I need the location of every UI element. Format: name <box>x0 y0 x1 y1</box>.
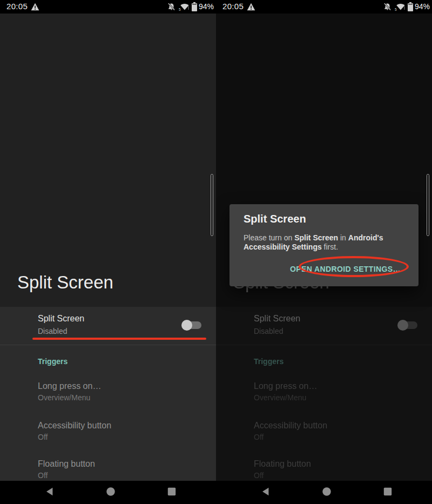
switch-row-subtitle: Disabled <box>254 327 283 335</box>
home-icon[interactable] <box>106 487 116 496</box>
svg-text:5: 5 <box>179 8 181 11</box>
battery-percent: 94% <box>199 2 214 11</box>
app-content: Split Screen Split Screen Disabled Trigg… <box>0 14 216 481</box>
annotation-underline <box>32 338 206 340</box>
section-header-triggers: Triggers <box>254 357 284 366</box>
preference-list: Triggers Long press on… Overview/Menu Ac… <box>216 345 432 481</box>
switch-row-subtitle: Disabled <box>38 327 67 335</box>
split-screen-switch-row[interactable]: Split Screen Disabled <box>0 307 216 345</box>
wifi-5-icon: 5 <box>179 2 190 11</box>
switch-row-title: Split Screen <box>38 314 84 324</box>
screen-left: 20:05 5 94% Split Screen Split Screen Di… <box>0 0 216 504</box>
pref-accessibility-button[interactable]: Accessibility button <box>38 421 111 431</box>
svg-text:5: 5 <box>395 8 397 11</box>
dialog-title: Split Screen <box>244 213 306 225</box>
dialog-text: in <box>338 233 348 242</box>
toggle-thumb <box>181 320 192 331</box>
notifications-off-icon <box>383 3 392 11</box>
battery-icon <box>192 2 197 11</box>
pref-floating-button: Floating button <box>254 459 311 469</box>
page-title: Split Screen <box>17 272 113 293</box>
clock: 20:05 <box>6 2 28 11</box>
warning-icon <box>31 3 39 11</box>
status-bar: 20:05 5 94% <box>216 0 432 14</box>
recents-icon[interactable] <box>167 487 176 496</box>
battery-percent: 94% <box>415 2 430 11</box>
switch-row-title: Split Screen <box>254 314 300 324</box>
wifi-5-icon: 5 <box>395 2 406 11</box>
pref-accessibility-button-value: Off <box>38 433 48 441</box>
back-icon[interactable] <box>45 487 54 496</box>
scrollbar[interactable] <box>427 174 429 236</box>
scrollbar[interactable] <box>211 174 213 236</box>
pref-long-press-value: Overview/Menu <box>254 393 306 402</box>
pref-long-press[interactable]: Long press on… <box>38 381 101 391</box>
dialog-text: Please turn on <box>244 233 294 242</box>
pref-floating-button-value: Off <box>38 471 48 480</box>
dialog-text-bold: Split Screen <box>294 233 338 242</box>
warning-icon <box>247 3 255 11</box>
clock: 20:05 <box>222 2 244 11</box>
split-screen-toggle <box>399 321 417 329</box>
pref-long-press: Long press on… <box>254 381 317 391</box>
split-screen-toggle[interactable] <box>183 321 201 329</box>
dialog-message: Please turn on Split Screen in Android's… <box>244 233 406 252</box>
notifications-off-icon <box>167 3 176 11</box>
navigation-bar <box>216 481 432 504</box>
pref-accessibility-button: Accessibility button <box>254 421 327 431</box>
status-bar: 20:05 5 94% <box>0 0 216 14</box>
dialog-text: first. <box>322 243 338 251</box>
battery-icon <box>408 2 413 11</box>
navigation-bar <box>0 481 216 504</box>
screen-right: 20:05 5 94% Split Screen Split Screen Di… <box>216 0 432 504</box>
split-screen-switch-row: Split Screen Disabled <box>216 307 432 345</box>
pref-long-press-value: Overview/Menu <box>38 393 90 402</box>
pref-floating-button[interactable]: Floating button <box>38 459 95 469</box>
stage: 20:05 5 94% Split Screen Split Screen Di… <box>0 0 432 504</box>
section-header-triggers: Triggers <box>38 357 68 366</box>
pref-floating-button-value: Off <box>254 471 264 480</box>
home-icon[interactable] <box>322 487 332 496</box>
recents-icon[interactable] <box>383 487 392 496</box>
annotation-ellipse <box>299 256 409 277</box>
pref-accessibility-button-value: Off <box>254 433 264 441</box>
back-icon[interactable] <box>261 487 270 496</box>
toggle-thumb <box>397 320 408 331</box>
preference-list: Triggers Long press on… Overview/Menu Ac… <box>0 345 216 481</box>
